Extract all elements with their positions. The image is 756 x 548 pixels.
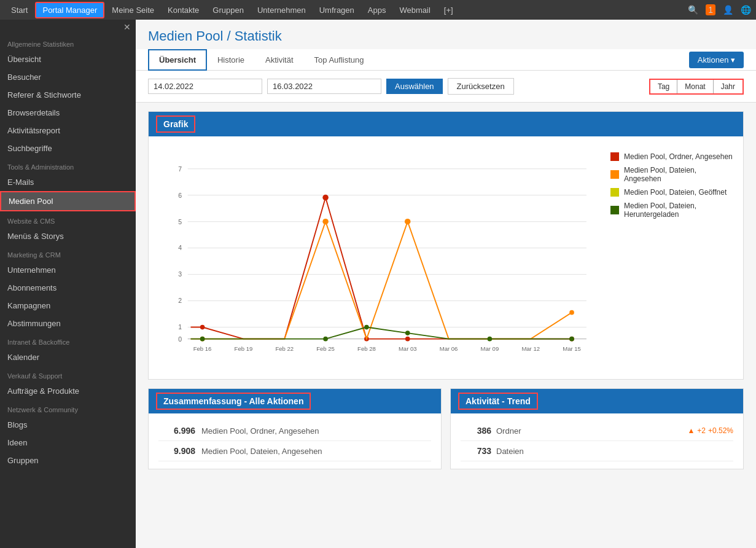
sidebar-item-aktivitatsreport[interactable]: Aktivitätsreport — [0, 122, 136, 139]
sidebar-item-emails[interactable]: E-Mails — [0, 173, 136, 191]
grafik-section-header: Grafik — [149, 112, 743, 136]
sidebar-item-ubersicht[interactable]: Übersicht — [0, 50, 136, 68]
summary-title: Zusammenfassung - Alle Aktionen — [156, 393, 311, 410]
actions-button[interactable]: Aktionen ▾ — [689, 52, 744, 68]
legend-item-3: Medien Pool, Dateien, Heruntergeladen — [610, 202, 733, 219]
svg-point-40 — [569, 337, 574, 342]
page-title: Medien Pool / Statistik — [148, 28, 744, 44]
sidebar-item-gruppen[interactable]: Gruppen — [0, 452, 136, 469]
trend-label-0: Ordner — [496, 426, 682, 436]
sidebar-item-kampagnen[interactable]: Kampagnen — [0, 297, 136, 315]
user-icon[interactable]: 👤 — [723, 5, 733, 15]
sidebar-item-blogs[interactable]: Blogs — [0, 416, 136, 434]
reset-button[interactable]: Zurücksetzen — [448, 78, 514, 95]
trend-panel-header: Aktivität - Trend — [451, 389, 743, 413]
legend-label-3: Medien Pool, Dateien, Heruntergeladen — [624, 202, 733, 219]
svg-text:Feb 25: Feb 25 — [316, 345, 335, 352]
nav-item-gruppen[interactable]: Gruppen — [206, 3, 250, 17]
sidebar-section-allgemeine: Allgemeine Statistiken Übersicht Besuche… — [0, 34, 136, 157]
summary-row-0: 6.996 Medien Pool, Ordner, Angesehen — [158, 421, 431, 441]
svg-text:3: 3 — [178, 270, 182, 278]
svg-point-33 — [405, 219, 411, 225]
summary-label-1: Medien Pool, Dateien, Angesehen — [201, 447, 322, 456]
select-button[interactable]: Auswählen — [386, 79, 443, 94]
chart-svg: 7 6 5 4 3 2 1 0 Feb 16 Fe — [158, 146, 598, 367]
trend-title: Aktivität - Trend — [458, 393, 538, 410]
svg-point-32 — [322, 219, 329, 225]
nav-item-start[interactable]: Start — [5, 3, 34, 17]
sidebar-item-browserdetails[interactable]: Browserdetails — [0, 104, 136, 122]
legend-label-2: Medien Pool, Dateien, Geöffnet — [624, 188, 727, 197]
date-from-input[interactable] — [148, 79, 262, 94]
trend-arrow-0: ▲ — [687, 426, 695, 435]
sidebar-section-netzwerk: Netzwerk & Community Blogs Ideen Gruppen — [0, 400, 136, 469]
sidebar-item-auftrage[interactable]: Aufträge & Produkte — [0, 382, 136, 400]
svg-text:5: 5 — [178, 218, 182, 225]
search-icon[interactable]: 🔍 — [688, 5, 698, 15]
sidebar-item-kalender[interactable]: Kalender — [0, 348, 136, 366]
summary-number-1: 9.908 — [158, 446, 195, 456]
time-btn-jahr[interactable]: Jahr — [714, 80, 742, 93]
sidebar-section-title-netzwerk: Netzwerk & Community — [0, 400, 136, 416]
tab-top-auflistung[interactable]: Top Auflistung — [304, 50, 375, 70]
globe-icon[interactable]: 🌐 — [741, 5, 751, 15]
tab-historie[interactable]: Historie — [207, 50, 255, 70]
trend-label-1: Dateien — [496, 447, 733, 456]
time-btn-monat[interactable]: Monat — [677, 80, 713, 93]
svg-text:1: 1 — [178, 323, 182, 331]
trend-row-0: 386 Ordner ▲ +2 +0.52% — [461, 421, 733, 441]
legend-label-1: Medien Pool, Dateien, Angesehen — [624, 166, 733, 183]
sidebar-section-intranet: Intranet & Backoffice Kalender — [0, 332, 136, 366]
sidebar-item-abstimmungen[interactable]: Abstimmungen — [0, 315, 136, 332]
svg-text:7: 7 — [178, 165, 182, 173]
top-navigation: Start Portal Manager Meine Seite Kontakt… — [0, 0, 756, 20]
sidebar-close-button[interactable]: ✕ — [0, 20, 136, 34]
svg-point-38 — [405, 331, 410, 335]
chart-area: 7 6 5 4 3 2 1 0 Feb 16 Fe — [149, 136, 743, 379]
nav-item-kontakte[interactable]: Kontakte — [162, 3, 205, 17]
svg-text:Mar 06: Mar 06 — [440, 345, 458, 352]
sidebar-item-medien-pool[interactable]: Medien Pool — [0, 191, 136, 211]
svg-text:Mar 12: Mar 12 — [521, 345, 540, 352]
summary-label-0: Medien Pool, Ordner, Angesehen — [201, 426, 319, 436]
nav-item-unternehmen[interactable]: Unternehmen — [251, 3, 312, 17]
sidebar-item-besucher[interactable]: Besucher — [0, 68, 136, 86]
notification-badge[interactable]: 1 — [706, 4, 715, 15]
time-buttons-group: Tag Monat Jahr — [649, 79, 744, 95]
sidebar-item-suchbegriffe[interactable]: Suchbegriffe — [0, 139, 136, 157]
legend-color-0 — [610, 152, 619, 161]
nav-item-umfragen[interactable]: Umfragen — [313, 3, 360, 17]
nav-item-portal-manager[interactable]: Portal Manager — [35, 2, 104, 18]
sidebar-item-menus-storys[interactable]: Menüs & Storys — [0, 227, 136, 245]
time-btn-tag[interactable]: Tag — [650, 80, 677, 93]
chart-container: 7 6 5 4 3 2 1 0 Feb 16 Fe — [158, 146, 598, 369]
sidebar-item-abonnements[interactable]: Abonnements — [0, 279, 136, 297]
nav-item-plus[interactable]: [+] — [438, 3, 459, 17]
sidebar-section-title-intranet: Intranet & Backoffice — [0, 332, 136, 348]
tab-ubersicht[interactable]: Übersicht — [148, 49, 207, 71]
svg-point-26 — [200, 325, 205, 330]
sidebar-item-ideen[interactable]: Ideen — [0, 434, 136, 452]
tabs-bar: Übersicht Historie Aktivität Top Auflist… — [136, 49, 756, 71]
sidebar-section-title-verkauf: Verkauf & Support — [0, 366, 136, 382]
nav-item-apps[interactable]: Apps — [362, 3, 392, 17]
legend-color-3 — [610, 206, 619, 214]
svg-point-27 — [322, 195, 329, 201]
date-to-input[interactable] — [267, 79, 381, 94]
legend-color-1 — [610, 170, 619, 179]
sidebar-section-title-allgemeine: Allgemeine Statistiken — [0, 34, 136, 50]
nav-item-meine-seite[interactable]: Meine Seite — [106, 3, 160, 17]
sidebar-item-unternehmen[interactable]: Unternehmen — [0, 261, 136, 279]
sidebar-section-verkauf: Verkauf & Support Aufträge & Produkte — [0, 366, 136, 400]
svg-point-29 — [405, 337, 410, 342]
summary-panel-body: 6.996 Medien Pool, Ordner, Angesehen 9.9… — [149, 413, 441, 469]
trend-pct-0: +0.52% — [708, 426, 733, 435]
svg-text:4: 4 — [178, 244, 182, 251]
main-content: Medien Pool / Statistik Übersicht Histor… — [136, 20, 756, 548]
sidebar-section-tools: Tools & Administration E-Mails Medien Po… — [0, 157, 136, 211]
sidebar-item-referer[interactable]: Referer & Stichworte — [0, 86, 136, 104]
tab-aktivitat[interactable]: Aktivität — [255, 50, 304, 70]
date-filter: Auswählen Zurücksetzen Tag Monat Jahr — [136, 71, 756, 103]
nav-item-webmail[interactable]: Webmail — [393, 3, 436, 17]
summary-panel-header: Zusammenfassung - Alle Aktionen — [149, 389, 441, 413]
